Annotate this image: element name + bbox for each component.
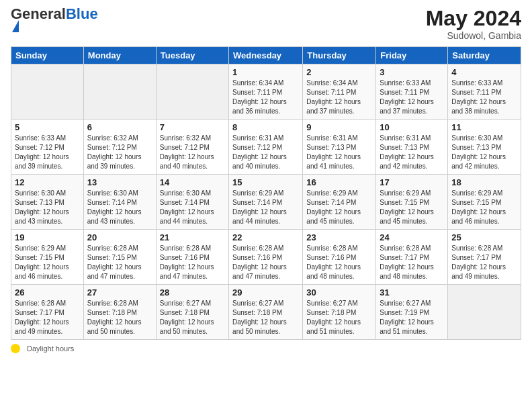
week-row-4: 26Sunrise: 6:28 AM Sunset: 7:17 PM Dayli…	[11, 285, 521, 340]
calendar-cell: 18Sunrise: 6:29 AM Sunset: 7:15 PM Dayli…	[448, 175, 521, 230]
location: Sudowol, Gambia	[426, 30, 521, 41]
day-number: 5	[15, 122, 80, 132]
day-info: Sunrise: 6:28 AM Sunset: 7:15 PM Dayligh…	[87, 244, 152, 281]
week-row-2: 12Sunrise: 6:30 AM Sunset: 7:13 PM Dayli…	[11, 175, 521, 230]
day-info: Sunrise: 6:27 AM Sunset: 7:18 PM Dayligh…	[306, 299, 372, 336]
month-year: May 2024	[426, 7, 521, 30]
calendar-cell	[11, 64, 84, 120]
logo-general: General	[11, 5, 66, 22]
calendar-cell: 7Sunrise: 6:32 AM Sunset: 7:12 PM Daylig…	[156, 120, 228, 175]
day-info: Sunrise: 6:31 AM Sunset: 7:12 PM Dayligh…	[232, 134, 299, 171]
calendar-cell: 8Sunrise: 6:31 AM Sunset: 7:12 PM Daylig…	[229, 120, 303, 175]
day-info: Sunrise: 6:27 AM Sunset: 7:18 PM Dayligh…	[160, 299, 225, 336]
day-number: 14	[160, 177, 225, 187]
calendar-cell: 27Sunrise: 6:28 AM Sunset: 7:18 PM Dayli…	[83, 285, 156, 340]
calendar-cell: 23Sunrise: 6:28 AM Sunset: 7:16 PM Dayli…	[303, 230, 376, 285]
day-info: Sunrise: 6:30 AM Sunset: 7:13 PM Dayligh…	[451, 134, 517, 171]
weekday-header-row: SundayMondayTuesdayWednesdayThursdayFrid…	[11, 47, 521, 64]
day-info: Sunrise: 6:31 AM Sunset: 7:13 PM Dayligh…	[306, 134, 372, 171]
weekday-header-monday: Monday	[83, 47, 156, 64]
day-number: 19	[15, 232, 80, 242]
day-info: Sunrise: 6:29 AM Sunset: 7:14 PM Dayligh…	[306, 189, 372, 226]
day-info: Sunrise: 6:30 AM Sunset: 7:13 PM Dayligh…	[15, 189, 80, 226]
day-number: 6	[87, 122, 152, 132]
calendar-cell: 5Sunrise: 6:33 AM Sunset: 7:12 PM Daylig…	[11, 120, 84, 175]
calendar-cell: 2Sunrise: 6:34 AM Sunset: 7:11 PM Daylig…	[303, 64, 376, 120]
day-number: 20	[87, 232, 152, 242]
day-number: 4	[451, 67, 517, 77]
calendar-cell: 31Sunrise: 6:27 AM Sunset: 7:19 PM Dayli…	[376, 285, 448, 340]
calendar-cell: 25Sunrise: 6:28 AM Sunset: 7:17 PM Dayli…	[448, 230, 521, 285]
day-info: Sunrise: 6:29 AM Sunset: 7:15 PM Dayligh…	[380, 189, 444, 226]
day-number: 7	[160, 122, 225, 132]
calendar-cell: 30Sunrise: 6:27 AM Sunset: 7:18 PM Dayli…	[303, 285, 376, 340]
day-info: Sunrise: 6:33 AM Sunset: 7:12 PM Dayligh…	[15, 134, 80, 171]
day-number: 25	[451, 232, 517, 242]
calendar-cell: 16Sunrise: 6:29 AM Sunset: 7:14 PM Dayli…	[303, 175, 376, 230]
weekday-header-wednesday: Wednesday	[229, 47, 303, 64]
day-number: 27	[87, 287, 152, 298]
calendar-cell	[448, 285, 521, 340]
calendar-cell: 22Sunrise: 6:28 AM Sunset: 7:16 PM Dayli…	[229, 230, 303, 285]
footer: Daylight hours	[11, 344, 521, 353]
week-row-0: 1Sunrise: 6:34 AM Sunset: 7:11 PM Daylig…	[11, 64, 521, 120]
calendar-cell: 10Sunrise: 6:31 AM Sunset: 7:13 PM Dayli…	[376, 120, 448, 175]
calendar-cell	[83, 64, 156, 120]
calendar-cell: 15Sunrise: 6:29 AM Sunset: 7:14 PM Dayli…	[229, 175, 303, 230]
calendar: SundayMondayTuesdayWednesdayThursdayFrid…	[11, 46, 521, 340]
logo-text: GeneralBlue	[11, 7, 98, 21]
day-info: Sunrise: 6:34 AM Sunset: 7:11 PM Dayligh…	[232, 79, 299, 116]
day-number: 9	[306, 122, 372, 132]
day-number: 24	[380, 232, 444, 242]
week-row-3: 19Sunrise: 6:29 AM Sunset: 7:15 PM Dayli…	[11, 230, 521, 285]
weekday-header-tuesday: Tuesday	[156, 47, 228, 64]
week-row-1: 5Sunrise: 6:33 AM Sunset: 7:12 PM Daylig…	[11, 120, 521, 175]
day-info: Sunrise: 6:30 AM Sunset: 7:14 PM Dayligh…	[160, 189, 225, 226]
day-info: Sunrise: 6:28 AM Sunset: 7:16 PM Dayligh…	[160, 244, 225, 281]
day-info: Sunrise: 6:32 AM Sunset: 7:12 PM Dayligh…	[87, 134, 152, 171]
day-number: 26	[15, 287, 80, 298]
day-info: Sunrise: 6:28 AM Sunset: 7:17 PM Dayligh…	[451, 244, 517, 281]
day-number: 12	[15, 177, 80, 187]
day-info: Sunrise: 6:28 AM Sunset: 7:17 PM Dayligh…	[15, 299, 80, 336]
day-number: 21	[160, 232, 225, 242]
day-number: 18	[451, 177, 517, 187]
weekday-header-friday: Friday	[376, 47, 448, 64]
day-number: 29	[232, 287, 299, 298]
day-number: 30	[306, 287, 372, 298]
day-number: 2	[306, 67, 372, 77]
day-number: 10	[380, 122, 444, 132]
day-number: 16	[306, 177, 372, 187]
sun-icon	[11, 344, 20, 353]
logo-blue: Blue	[66, 5, 98, 22]
calendar-cell: 12Sunrise: 6:30 AM Sunset: 7:13 PM Dayli…	[11, 175, 84, 230]
logo: GeneralBlue	[11, 7, 98, 34]
day-number: 23	[306, 232, 372, 242]
calendar-cell: 29Sunrise: 6:27 AM Sunset: 7:18 PM Dayli…	[229, 285, 303, 340]
title-block: May 2024 Sudowol, Gambia	[426, 7, 521, 41]
day-number: 17	[380, 177, 444, 187]
day-number: 8	[232, 122, 299, 132]
day-number: 31	[380, 287, 444, 298]
day-info: Sunrise: 6:28 AM Sunset: 7:16 PM Dayligh…	[232, 244, 299, 281]
day-number: 11	[451, 122, 517, 132]
calendar-cell: 6Sunrise: 6:32 AM Sunset: 7:12 PM Daylig…	[83, 120, 156, 175]
day-info: Sunrise: 6:31 AM Sunset: 7:13 PM Dayligh…	[380, 134, 444, 171]
day-info: Sunrise: 6:27 AM Sunset: 7:18 PM Dayligh…	[232, 299, 299, 336]
calendar-cell: 17Sunrise: 6:29 AM Sunset: 7:15 PM Dayli…	[376, 175, 448, 230]
calendar-cell: 26Sunrise: 6:28 AM Sunset: 7:17 PM Dayli…	[11, 285, 84, 340]
daylight-label: Daylight hours	[27, 345, 74, 353]
calendar-cell: 24Sunrise: 6:28 AM Sunset: 7:17 PM Dayli…	[376, 230, 448, 285]
day-info: Sunrise: 6:33 AM Sunset: 7:11 PM Dayligh…	[380, 79, 444, 116]
calendar-cell: 13Sunrise: 6:30 AM Sunset: 7:14 PM Dayli…	[83, 175, 156, 230]
calendar-cell: 3Sunrise: 6:33 AM Sunset: 7:11 PM Daylig…	[376, 64, 448, 120]
day-info: Sunrise: 6:28 AM Sunset: 7:18 PM Dayligh…	[87, 299, 152, 336]
calendar-cell	[156, 64, 228, 120]
day-info: Sunrise: 6:27 AM Sunset: 7:19 PM Dayligh…	[380, 299, 444, 336]
calendar-cell: 11Sunrise: 6:30 AM Sunset: 7:13 PM Dayli…	[448, 120, 521, 175]
day-info: Sunrise: 6:33 AM Sunset: 7:11 PM Dayligh…	[451, 79, 517, 116]
logo-triangle-icon	[12, 20, 19, 32]
calendar-cell: 28Sunrise: 6:27 AM Sunset: 7:18 PM Dayli…	[156, 285, 228, 340]
day-info: Sunrise: 6:32 AM Sunset: 7:12 PM Dayligh…	[160, 134, 225, 171]
day-info: Sunrise: 6:34 AM Sunset: 7:11 PM Dayligh…	[306, 79, 372, 116]
